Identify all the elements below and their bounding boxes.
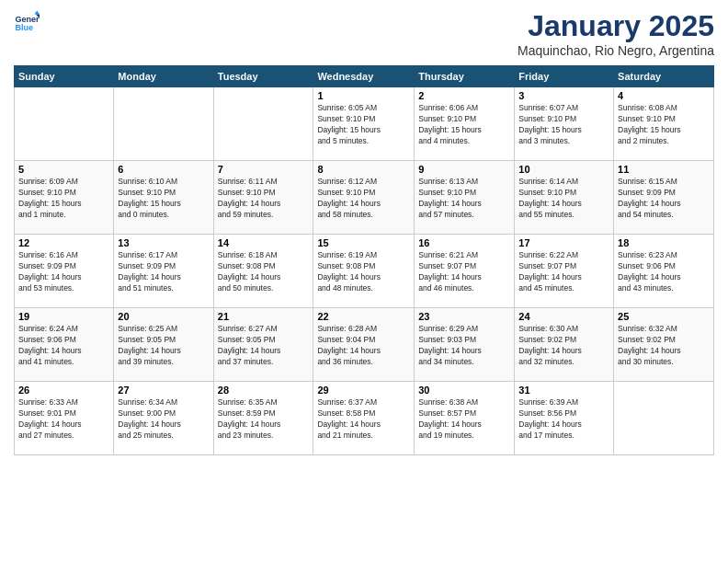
day-info: Sunrise: 6:30 AM Sunset: 9:02 PM Dayligh… [518,324,609,368]
calendar-cell: 14Sunrise: 6:18 AM Sunset: 9:08 PM Dayli… [213,235,313,308]
day-number: 13 [118,237,209,248]
calendar-cell [213,87,313,161]
day-info: Sunrise: 6:22 AM Sunset: 9:07 PM Dayligh… [518,250,609,294]
calendar-cell: 9Sunrise: 6:13 AM Sunset: 9:10 PM Daylig… [415,161,515,235]
day-number: 31 [518,385,609,396]
day-number: 6 [118,164,209,175]
day-info: Sunrise: 6:08 AM Sunset: 9:10 PM Dayligh… [618,103,710,147]
calendar-cell: 1Sunrise: 6:05 AM Sunset: 9:10 PM Daylig… [313,87,415,161]
logo-icon: General Blue [14,9,40,35]
day-number: 19 [18,311,109,322]
day-header: Tuesday [213,66,313,87]
day-header: Friday [515,66,614,87]
day-info: Sunrise: 6:17 AM Sunset: 9:09 PM Dayligh… [118,250,209,294]
day-number: 12 [18,237,109,248]
week-row: 5Sunrise: 6:09 AM Sunset: 9:10 PM Daylig… [15,161,714,235]
day-number: 17 [518,237,609,248]
day-info: Sunrise: 6:13 AM Sunset: 9:10 PM Dayligh… [418,177,510,221]
day-info: Sunrise: 6:24 AM Sunset: 9:06 PM Dayligh… [18,324,109,368]
day-info: Sunrise: 6:16 AM Sunset: 9:09 PM Dayligh… [18,250,109,294]
day-number: 22 [317,311,410,322]
calendar-cell: 4Sunrise: 6:08 AM Sunset: 9:10 PM Daylig… [614,87,714,161]
day-number: 3 [518,90,609,101]
day-number: 27 [118,385,209,396]
day-info: Sunrise: 6:21 AM Sunset: 9:07 PM Dayligh… [418,250,510,294]
day-info: Sunrise: 6:39 AM Sunset: 8:56 PM Dayligh… [518,397,609,442]
day-info: Sunrise: 6:33 AM Sunset: 9:01 PM Dayligh… [18,397,109,442]
calendar-table: SundayMondayTuesdayWednesdayThursdayFrid… [14,65,714,455]
day-info: Sunrise: 6:23 AM Sunset: 9:06 PM Dayligh… [618,250,710,294]
day-number: 20 [118,311,209,322]
day-number: 4 [618,90,710,101]
day-info: Sunrise: 6:29 AM Sunset: 9:03 PM Dayligh… [418,324,510,368]
day-info: Sunrise: 6:25 AM Sunset: 9:05 PM Dayligh… [118,324,209,368]
day-number: 15 [317,237,410,248]
calendar-cell: 29Sunrise: 6:37 AM Sunset: 8:58 PM Dayli… [313,382,415,455]
day-number: 18 [618,237,710,248]
day-number: 23 [418,311,510,322]
day-number: 7 [218,164,310,175]
day-number: 2 [418,90,510,101]
day-number: 9 [418,164,510,175]
day-header: Thursday [415,66,515,87]
day-number: 16 [418,237,510,248]
day-number: 8 [317,164,410,175]
header: General Blue January 2025 Maquinchao, Ri… [14,9,714,58]
day-info: Sunrise: 6:32 AM Sunset: 9:02 PM Dayligh… [618,324,710,368]
calendar-cell: 20Sunrise: 6:25 AM Sunset: 9:05 PM Dayli… [114,308,213,382]
day-number: 11 [618,164,710,175]
day-info: Sunrise: 6:28 AM Sunset: 9:04 PM Dayligh… [317,324,410,368]
calendar-cell: 7Sunrise: 6:11 AM Sunset: 9:10 PM Daylig… [213,161,313,235]
calendar-cell: 11Sunrise: 6:15 AM Sunset: 9:09 PM Dayli… [614,161,714,235]
header-row: SundayMondayTuesdayWednesdayThursdayFrid… [15,66,714,87]
calendar-cell: 25Sunrise: 6:32 AM Sunset: 9:02 PM Dayli… [614,308,714,382]
calendar-cell: 16Sunrise: 6:21 AM Sunset: 9:07 PM Dayli… [415,235,515,308]
calendar-cell: 21Sunrise: 6:27 AM Sunset: 9:05 PM Dayli… [213,308,313,382]
title-area: January 2025 Maquinchao, Rio Negro, Arge… [518,9,714,58]
calendar-cell: 3Sunrise: 6:07 AM Sunset: 9:10 PM Daylig… [515,87,614,161]
day-number: 24 [518,311,609,322]
calendar-cell: 5Sunrise: 6:09 AM Sunset: 9:10 PM Daylig… [15,161,114,235]
day-info: Sunrise: 6:18 AM Sunset: 9:08 PM Dayligh… [218,250,310,294]
day-number: 21 [218,311,310,322]
day-info: Sunrise: 6:10 AM Sunset: 9:10 PM Dayligh… [118,177,209,221]
calendar-cell: 18Sunrise: 6:23 AM Sunset: 9:06 PM Dayli… [614,235,714,308]
day-number: 5 [18,164,109,175]
calendar-cell: 27Sunrise: 6:34 AM Sunset: 9:00 PM Dayli… [114,382,213,455]
calendar-cell: 26Sunrise: 6:33 AM Sunset: 9:01 PM Dayli… [15,382,114,455]
calendar-cell: 19Sunrise: 6:24 AM Sunset: 9:06 PM Dayli… [15,308,114,382]
calendar-cell: 12Sunrise: 6:16 AM Sunset: 9:09 PM Dayli… [15,235,114,308]
subtitle: Maquinchao, Rio Negro, Argentina [518,43,714,58]
day-info: Sunrise: 6:37 AM Sunset: 8:58 PM Dayligh… [317,397,410,442]
calendar-container: General Blue January 2025 Maquinchao, Ri… [0,0,728,465]
day-info: Sunrise: 6:19 AM Sunset: 9:08 PM Dayligh… [317,250,410,294]
week-row: 26Sunrise: 6:33 AM Sunset: 9:01 PM Dayli… [15,382,714,455]
day-info: Sunrise: 6:11 AM Sunset: 9:10 PM Dayligh… [218,177,310,221]
day-header: Wednesday [313,66,415,87]
day-header: Sunday [15,66,114,87]
svg-marker-2 [34,10,40,14]
day-info: Sunrise: 6:38 AM Sunset: 8:57 PM Dayligh… [418,397,510,442]
day-header: Saturday [614,66,714,87]
calendar-cell: 6Sunrise: 6:10 AM Sunset: 9:10 PM Daylig… [114,161,213,235]
day-number: 1 [317,90,410,101]
day-info: Sunrise: 6:05 AM Sunset: 9:10 PM Dayligh… [317,103,410,147]
day-number: 14 [218,237,310,248]
calendar-cell [614,382,714,455]
day-header: Monday [114,66,213,87]
week-row: 12Sunrise: 6:16 AM Sunset: 9:09 PM Dayli… [15,235,714,308]
week-row: 19Sunrise: 6:24 AM Sunset: 9:06 PM Dayli… [15,308,714,382]
day-info: Sunrise: 6:27 AM Sunset: 9:05 PM Dayligh… [218,324,310,368]
day-number: 29 [317,385,410,396]
day-number: 10 [518,164,609,175]
day-info: Sunrise: 6:06 AM Sunset: 9:10 PM Dayligh… [418,103,510,147]
day-info: Sunrise: 6:07 AM Sunset: 9:10 PM Dayligh… [518,103,609,147]
calendar-cell: 22Sunrise: 6:28 AM Sunset: 9:04 PM Dayli… [313,308,415,382]
day-number: 30 [418,385,510,396]
calendar-cell: 2Sunrise: 6:06 AM Sunset: 9:10 PM Daylig… [415,87,515,161]
calendar-cell: 10Sunrise: 6:14 AM Sunset: 9:10 PM Dayli… [515,161,614,235]
day-info: Sunrise: 6:34 AM Sunset: 9:00 PM Dayligh… [118,397,209,442]
calendar-cell: 31Sunrise: 6:39 AM Sunset: 8:56 PM Dayli… [515,382,614,455]
calendar-cell: 15Sunrise: 6:19 AM Sunset: 9:08 PM Dayli… [313,235,415,308]
day-info: Sunrise: 6:35 AM Sunset: 8:59 PM Dayligh… [218,397,310,442]
